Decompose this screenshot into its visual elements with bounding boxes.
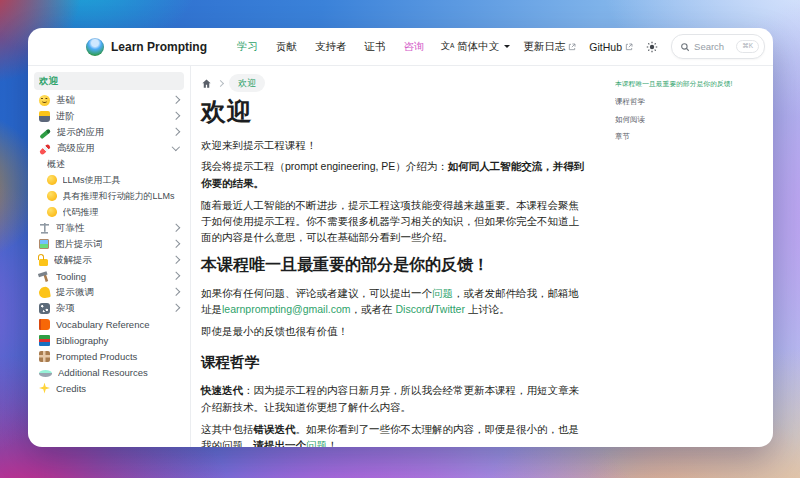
language-dropdown[interactable]: 文A 简体中文 xyxy=(441,40,511,54)
sidebar-item[interactable]: 高级应用 xyxy=(34,140,184,156)
book-icon xyxy=(39,319,50,330)
toc-item[interactable]: 章节 xyxy=(615,132,765,142)
chevron-right-icon xyxy=(172,240,180,248)
learn-prompting-logo[interactable] xyxy=(86,38,104,56)
sidebar-item[interactable]: 具有推理和行动能力的LLMs xyxy=(34,188,184,204)
text-segment: 随着最近人工智能的不断进步，提示工程这项技能变得越来越重要。本课程会聚焦于如何使… xyxy=(201,199,579,244)
nav-link-0[interactable]: 学习 xyxy=(237,40,258,54)
sidebar-item-label: Credits xyxy=(56,383,179,394)
sidebar-item-label: 代码推理 xyxy=(63,206,180,219)
text-segment: 我会将提示工程（prompt engineering, PE）介绍为： xyxy=(201,160,448,172)
toc-item[interactable]: 课程哲学 xyxy=(615,97,765,107)
sidebar-item[interactable]: Prompted Products xyxy=(34,348,184,364)
article-body: 欢迎来到提示工程课程！我会将提示工程（prompt engineering, P… xyxy=(201,137,589,448)
inline-link[interactable]: 问题 xyxy=(306,439,327,447)
text-segment: ，或者在 xyxy=(351,303,396,315)
sidebar-item-label: Tooling xyxy=(56,271,167,282)
nav-link-1[interactable]: 贡献 xyxy=(276,40,297,54)
paragraph: 如果你有任何问题、评论或者建议，可以提出一个问题，或者发邮件给我，邮箱地址是le… xyxy=(201,285,589,318)
sidebar-item-label: Bibliography xyxy=(56,335,179,346)
nav-link-3[interactable]: 证书 xyxy=(365,40,386,54)
toc-item[interactable]: 如何阅读 xyxy=(615,115,765,125)
scale-icon xyxy=(39,223,50,234)
sidebar-item-label: 图片提示词 xyxy=(55,238,167,251)
sidebar-item-label: 进阶 xyxy=(56,110,167,123)
sidebar-item[interactable]: Additional Resources xyxy=(34,364,184,380)
navbar-left: Learn Prompting 学习贡献支持者证书咨询 xyxy=(86,38,425,56)
sidebar-item[interactable]: 欢迎 xyxy=(34,72,184,90)
inline-link[interactable]: Twitter xyxy=(434,303,465,315)
breadcrumb-current[interactable]: 欢迎 xyxy=(229,74,265,92)
brand-title[interactable]: Learn Prompting xyxy=(111,40,207,54)
sidebar-item-label: 概述 xyxy=(47,158,179,171)
nav-links: 学习贡献支持者证书咨询 xyxy=(237,40,425,54)
rocket-icon xyxy=(39,144,51,156)
pen-icon xyxy=(39,129,50,139)
inline-link[interactable]: Discord xyxy=(395,303,431,315)
hammer-icon xyxy=(38,269,52,283)
breadcrumb: 欢迎 xyxy=(201,74,589,92)
nav-link-2[interactable]: 支持者 xyxy=(315,40,347,54)
toc-item[interactable]: 本课程唯一且最重要的部分是你的反馈! xyxy=(615,80,765,89)
changelog-link[interactable]: 更新日志 xyxy=(523,40,576,54)
toc-list: 本课程唯一且最重要的部分是你的反馈!课程哲学如何阅读章节 xyxy=(615,80,765,142)
sidebar-item[interactable]: Credits xyxy=(34,380,184,396)
sidebar-item[interactable]: 代码推理 xyxy=(34,204,184,220)
sidebar-item[interactable]: 进阶 xyxy=(34,108,184,124)
lock-icon xyxy=(39,259,48,266)
desktop-background: Learn Prompting 学习贡献支持者证书咨询 文A 简体中文 更新日志… xyxy=(0,0,800,478)
github-link[interactable]: GitHub xyxy=(589,41,633,53)
sidebar-item[interactable]: LLMs使用工具 xyxy=(34,172,184,188)
saucer-icon xyxy=(39,370,52,377)
inline-link[interactable]: learnprompting@gmail.com xyxy=(222,303,351,315)
text-segment: 上讨论。 xyxy=(465,303,510,315)
translate-icon: 文A xyxy=(441,40,455,53)
sidebar-item[interactable]: 提示微调 xyxy=(34,284,184,300)
sidebar-item[interactable]: 基础 xyxy=(34,92,184,108)
sidebar-item-label: Additional Resources xyxy=(58,367,179,378)
sidebar-item-label: 提示微调 xyxy=(56,286,167,299)
sidebar-item-label: 可靠性 xyxy=(56,222,167,235)
sidebar-item[interactable]: 提示的应用 xyxy=(34,124,184,140)
paragraph: 快速迭代：因为提示工程的内容日新月异，所以我会经常更新本课程，用短文章来介绍新技… xyxy=(201,382,589,415)
sidebar-item-label: 破解提示 xyxy=(54,254,167,267)
page-title: 欢迎 xyxy=(201,98,589,126)
sidebar-item[interactable]: Bibliography xyxy=(34,332,184,348)
theme-toggle[interactable] xyxy=(646,41,658,53)
sidebar-item[interactable]: Tooling xyxy=(34,268,184,284)
sidebar-item[interactable]: 图片提示词 xyxy=(34,236,184,252)
external-link-icon xyxy=(625,43,633,51)
paragraph: 即使是最小的反馈也很有价值！ xyxy=(201,323,589,339)
page-body: 欢迎基础进阶提示的应用高级应用概述LLMs使用工具具有推理和行动能力的LLMs代… xyxy=(28,66,773,447)
sidebar-item[interactable]: 概述 xyxy=(34,156,184,172)
paragraph: 这其中包括错误迭代。如果你看到了一些你不太理解的内容，即便是很小的，也是我的问题… xyxy=(201,421,589,447)
github-label: GitHub xyxy=(589,41,622,53)
paragraph: 随着最近人工智能的不断进步，提示工程这项技能变得越来越重要。本课程会聚焦于如何使… xyxy=(201,197,589,246)
sidebar-item[interactable]: 杂项 xyxy=(34,300,184,316)
sidebar-item[interactable]: Vocabulary Reference xyxy=(34,316,184,332)
inline-link[interactable]: 问题 xyxy=(432,287,453,299)
paragraph: 欢迎来到提示工程课程！ xyxy=(201,137,589,153)
nav-link-4[interactable]: 咨询 xyxy=(404,40,425,54)
sidebar-item[interactable]: 破解提示 xyxy=(34,252,184,268)
muscle-icon xyxy=(38,286,51,299)
text-segment: ！ xyxy=(327,439,338,447)
text-segment: 这其中包括 xyxy=(201,423,254,435)
smiley-icon xyxy=(39,95,50,106)
circle-yellow-icon xyxy=(47,207,57,217)
external-link-icon xyxy=(568,43,576,51)
sidebar: 欢迎基础进阶提示的应用高级应用概述LLMs使用工具具有推理和行动能力的LLMs代… xyxy=(28,66,191,447)
sidebar-item[interactable]: 可靠性 xyxy=(34,220,184,236)
paragraph: 我会将提示工程（prompt engineering, PE）介绍为：如何同人工… xyxy=(201,158,589,191)
sparkles-icon xyxy=(39,383,50,394)
breadcrumb-chevron-icon xyxy=(217,79,224,86)
navbar: Learn Prompting 学习贡献支持者证书咨询 文A 简体中文 更新日志… xyxy=(28,28,773,66)
text-segment: 欢迎来到提示工程课程！ xyxy=(201,139,317,151)
sidebar-item-label: 基础 xyxy=(56,94,167,107)
search-input[interactable]: Search ⌘K xyxy=(671,34,765,59)
home-icon[interactable] xyxy=(201,78,212,89)
circle-yellow-icon xyxy=(47,175,57,185)
text-segment: 错误迭代 xyxy=(254,423,296,435)
chevron-right-icon xyxy=(172,304,180,312)
package-icon xyxy=(39,351,50,362)
